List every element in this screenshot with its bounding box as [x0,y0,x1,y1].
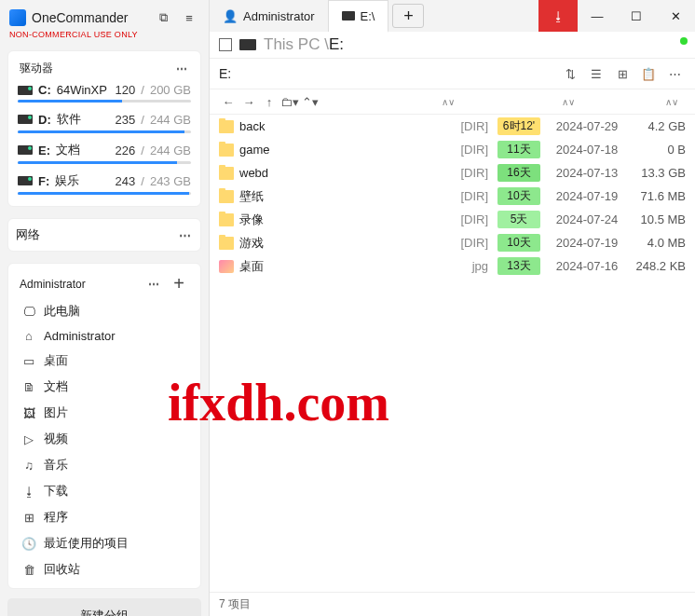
col-sort-date[interactable]: ∧∨ [531,97,606,107]
folder-icon [219,237,234,250]
nav-item[interactable]: ⭳下载 [12,478,197,504]
nav-item[interactable]: ▭桌面 [12,348,197,374]
drive-icon [18,86,33,95]
drive-item[interactable]: E:文档 226 / 244 GB [12,139,197,170]
nav-icon: ⊞ [21,511,36,525]
admin-more-icon[interactable]: ⋯ [148,278,161,291]
location-label[interactable]: E: [219,66,555,81]
col-sort-type[interactable]: ∧∨ [442,97,455,107]
sort-icon[interactable]: ⇅ [559,62,581,85]
nav-item[interactable]: ♫音乐 [12,452,197,478]
nav-item[interactable]: 🗎文档 [12,374,197,400]
status-count: 7 项目 [219,596,251,612]
folder-icon [219,190,234,203]
admin-add-icon[interactable]: + [169,273,189,294]
drive-icon [239,39,256,50]
nav-icon: 🖵 [21,305,36,319]
breadcrumb[interactable]: This PC \E: [264,35,344,54]
nav-icon: 🕓 [21,537,36,551]
image-icon [219,260,234,273]
network-more-icon[interactable]: ⋯ [179,228,193,242]
col-sort-size[interactable]: ∧∨ [622,97,678,107]
nav-icon: ▷ [21,432,36,446]
maximize-button[interactable]: ☐ [617,0,656,32]
download-button[interactable]: ⭳ [538,0,578,32]
drive-icon [18,115,33,124]
file-row[interactable]: back [DIR] 6时12' 2024-07-29 4.2 GB [210,115,695,138]
new-group-button[interactable]: 新建分组 [7,598,201,616]
nav-item[interactable]: 🖼图片 [12,400,197,426]
drive-item[interactable]: D:软件 235 / 244 GB [12,108,197,139]
nav-icon: ▭ [21,354,36,368]
drive-icon [342,11,355,21]
file-row[interactable]: 壁纸 [DIR] 10天 2024-07-19 71.6 MB [210,185,695,208]
nav-icon: ♫ [21,459,36,472]
nav-icon: ⌂ [21,329,36,343]
nav-icon: ⭳ [21,485,36,499]
panel-toggle-icon[interactable]: ⧉ [153,7,173,28]
tab[interactable]: 👤Administrator [210,0,329,32]
folder-icon [219,167,234,180]
pane-toggle-icon[interactable] [219,38,232,51]
drives-more-icon[interactable]: ⋯ [176,62,189,75]
nav-item[interactable]: 🕓最近使用的项目 [12,530,197,556]
folder-icon [219,144,234,157]
drives-heading: 驱动器 [20,61,53,76]
pin-icon[interactable]: ⌃▾ [301,92,320,111]
admin-heading: Administrator [20,278,86,291]
nav-item[interactable]: ⌂Administrator [12,324,197,348]
file-row[interactable]: webd [DIR] 16天 2024-07-13 13.3 GB [210,161,695,185]
forward-icon[interactable]: → [239,92,258,111]
nav-icon: 🗎 [21,380,36,394]
drive-icon [18,176,33,185]
up-icon[interactable]: ↑ [260,92,279,111]
folder-icon [219,120,234,133]
new-item-icon[interactable]: ⊞ [611,62,634,85]
file-row[interactable]: 游戏 [DIR] 10天 2024-07-19 4.0 MB [210,231,695,254]
list-view-icon[interactable]: ☰ [585,62,607,85]
person-icon: 👤 [223,9,238,23]
drive-icon [18,145,33,155]
tab[interactable]: E:\ [329,0,389,33]
new-tab-button[interactable]: + [392,4,424,28]
back-icon[interactable]: ← [219,92,238,111]
file-row[interactable]: 录像 [DIR] 5天 2024-07-24 10.5 MB [210,208,695,231]
edition-label: NON-COMMERCIAL USE ONLY [0,30,209,45]
nav-item[interactable]: ▷视频 [12,426,197,452]
close-button[interactable]: ✕ [656,0,695,32]
menu-icon[interactable]: ≡ [179,7,199,28]
nav-item[interactable]: ⊞程序 [12,504,197,530]
nav-icon: 🗑 [21,563,36,577]
drive-item[interactable]: F:娱乐 243 / 243 GB [12,170,197,200]
nav-icon: 🖼 [21,406,36,420]
minimize-button[interactable]: — [578,0,617,32]
app-title: OneCommander [32,10,147,25]
nav-item[interactable]: 🖵此电脑 [12,298,197,324]
app-logo [9,9,26,26]
file-row[interactable]: game [DIR] 11天 2024-07-18 0 B [210,138,695,161]
network-heading: 网络 [16,226,40,243]
drive-item[interactable]: C:64WinXP 120 / 200 GB [12,80,197,108]
nav-item[interactable]: 🗑回收站 [12,556,197,582]
paste-icon[interactable]: 📋 [637,62,660,85]
folder-tree-icon[interactable]: 🗀▾ [280,92,299,111]
folder-icon [219,213,234,226]
file-row[interactable]: 桌面 jpg 13天 2024-07-16 248.2 KB [210,254,695,278]
status-indicator-icon [680,37,688,45]
more-tools-icon[interactable]: ⋯ [663,62,686,85]
